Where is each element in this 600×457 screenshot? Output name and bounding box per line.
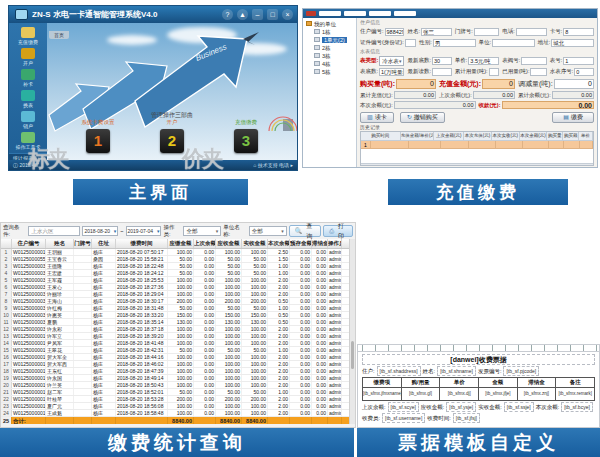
template-title[interactable]: [danwei]收费票据: [362, 354, 595, 365]
table-row[interactable]: 18W0125000001王东红杨庄2018-08-20 18:47:39100…: [1, 368, 349, 375]
field-input[interactable]: 张三: [421, 28, 452, 36]
stats-col-header[interactable]: 缴费时间: [116, 239, 168, 248]
template-placeholder[interactable]: [tb_sf.jfsj]: [453, 413, 480, 423]
field-input[interactable]: [521, 57, 546, 65]
stats-col-header[interactable]: 实收金额: [242, 239, 268, 248]
stats-col-header[interactable]: 滞纳金: [312, 239, 328, 248]
table-row[interactable]: 8W0125000003王海山杨庄2018-08-20 18:30:17200.…: [1, 298, 349, 305]
field-input[interactable]: 0.00: [552, 91, 594, 99]
field-input[interactable]: 0.00: [502, 101, 595, 109]
date-from-picker[interactable]: 2018-08-20: [82, 226, 118, 236]
template-col-header[interactable]: 缴费项: [363, 378, 402, 388]
table-row[interactable]: 6W0125000003王发心杨庄2018-08-20 18:27:36100.…: [1, 284, 349, 291]
template-placeholder[interactable]: [tb_sf.pjcode]: [503, 366, 539, 376]
tree-node-3栋[interactable]: 3栋: [306, 52, 356, 60]
table-row[interactable]: 19W0125000001许永国杨庄2018-08-20 18:49:14100…: [1, 375, 349, 382]
table-row[interactable]: 16W0125000001贺大军全杨庄2018-08-20 18:44:1610…: [1, 354, 349, 361]
field-input[interactable]: 0.00: [473, 91, 515, 99]
sidebar-item-操作工具卡[interactable]: 操作工具卡: [9, 132, 47, 150]
field-input[interactable]: [492, 39, 535, 47]
maximize-icon[interactable]: □: [267, 9, 278, 20]
field-input[interactable]: [489, 68, 500, 76]
stats-col-header[interactable]: 操作员: [328, 239, 342, 248]
help-icon[interactable]: ?: [222, 9, 233, 20]
template-row-placeholder[interactable]: [tb_sfmx.jfje]: [478, 388, 517, 401]
field-input[interactable]: 0: [574, 68, 594, 76]
table-row[interactable]: 13W0125000001许军立杨庄2018-08-20 18:39:20100…: [1, 333, 349, 340]
template-row-placeholder[interactable]: [tb_sfmx.remark]: [556, 388, 595, 401]
table-row[interactable]: 15W0125000001王翠花杨庄2018-08-20 18:42:3150.…: [1, 347, 349, 354]
table-row[interactable]: 21W0125000001赵二军杨庄2018-08-20 18:52:0150.…: [1, 389, 349, 396]
stats-col-header[interactable]: 姓名: [46, 239, 74, 248]
sidebar-item-补卡[interactable]: 补卡: [9, 69, 47, 87]
field-input[interactable]: 3.5元/吨: [468, 57, 499, 65]
template-placeholder[interactable]: [tb_sf.shname]: [437, 366, 476, 376]
template-placeholder[interactable]: [tb_sf.username]: [382, 413, 425, 423]
toolbar-field[interactable]: [369, 11, 391, 16]
field-input[interactable]: [530, 68, 546, 76]
stats-vscrollbar[interactable]: [349, 239, 355, 424]
stats-col-header[interactable]: 门牌号: [74, 239, 92, 248]
table-row[interactable]: 17W0125000001贺大军西杨庄2018-08-20 18:46:0210…: [1, 361, 349, 368]
toolbar-field[interactable]: [394, 11, 416, 16]
stats-col-header[interactable]: [1, 239, 12, 248]
field-input[interactable]: 冷水表: [379, 56, 404, 66]
template-col-header[interactable]: 金额: [478, 378, 517, 388]
user-icon[interactable]: ▲: [237, 9, 248, 20]
history-hscrollbar[interactable]: [361, 163, 593, 166]
sidebar-item-开户[interactable]: 开户: [9, 48, 47, 66]
step-number[interactable]: 1: [86, 129, 110, 153]
stats-col-header[interactable]: 应缴金额: [168, 239, 194, 248]
print-button[interactable]: ⎙打印: [323, 225, 353, 237]
tree-node-5栋[interactable]: 5栋: [306, 68, 356, 76]
table-row[interactable]: 10W0125000003许惠英杨庄2018-08-20 18:33:20150…: [1, 312, 349, 319]
template-col-header[interactable]: 单价: [440, 378, 479, 388]
field-input[interactable]: [405, 39, 417, 47]
field-input[interactable]: 城北: [551, 39, 594, 47]
table-row[interactable]: 14W0125000001尹凤军杨庄2018-08-20 18:41:48100…: [1, 340, 349, 347]
table-row[interactable]: 4W0125000003王宏建杨庄2018-08-20 18:24:1250.0…: [1, 270, 349, 277]
table-row[interactable]: 24W0125000001王成魁杨庄2018-08-20 18:58:48100…: [1, 410, 349, 417]
field-input[interactable]: 1: [563, 57, 594, 65]
undo-purchase-button[interactable]: ↻撤销购买: [400, 112, 445, 123]
template-row-placeholder[interactable]: [tb_sfmx.gl]: [401, 388, 440, 401]
table-row[interactable]: 5W0125000003王军霞杨庄2018-08-20 18:25:53100.…: [1, 277, 349, 284]
table-row[interactable]: 12W0125000003许永彩杨庄2018-08-20 18:37:18100…: [1, 326, 349, 333]
tab-home[interactable]: 首页: [49, 31, 69, 39]
field-input[interactable]: 0: [554, 79, 594, 89]
field-input[interactable]: 0.00: [394, 91, 436, 99]
field-input[interactable]: 1(万吨量程): [379, 68, 404, 76]
field-input[interactable]: [516, 28, 547, 36]
table-row[interactable]: 20W0125000001许兰英杨庄2018-08-20 18:50:43100…: [1, 382, 349, 389]
template-placeholder[interactable]: [tb_sf.ysje]: [446, 402, 476, 412]
table-row[interactable]: 3W0125000003王德隆杨庄2018-08-20 18:22:4850.0…: [1, 263, 349, 270]
close-icon[interactable]: ×: [282, 9, 293, 20]
step-number[interactable]: 2: [160, 129, 184, 153]
field-input[interactable]: [474, 28, 499, 36]
template-col-header[interactable]: 备注: [556, 378, 595, 388]
template-placeholder[interactable]: [tb_sf.shaddress]: [377, 366, 421, 376]
history-row-selected[interactable]: 1: [361, 141, 593, 149]
table-row[interactable]: 7W0125000003许丽珍杨庄2018-08-20 18:29:04100.…: [1, 291, 349, 298]
step-number[interactable]: 3: [234, 129, 258, 153]
stats-col-header[interactable]: 住户编号: [12, 239, 46, 248]
sidebar-item-销户[interactable]: 销户: [9, 111, 47, 129]
field-input[interactable]: 0: [396, 79, 436, 89]
tree-node-1栋[interactable]: 1栋: [306, 28, 356, 36]
stats-total-row[interactable]: 25合计:8840.008840.008840.00: [1, 417, 349, 424]
minimize-icon[interactable]: –: [252, 9, 263, 20]
tree-node-2栋[interactable]: 2栋: [306, 44, 356, 52]
field-input[interactable]: 0.00: [394, 101, 476, 109]
table-row[interactable]: 9W0125000003许红梅杨庄2018-08-20 18:31:4850.0…: [1, 305, 349, 312]
tree-node-1单元(2)[interactable]: 1单元(2): [306, 36, 356, 44]
stats-col-header[interactable]: 上次余额: [194, 239, 216, 248]
field-input[interactable]: 男: [433, 39, 476, 47]
field-input[interactable]: 0: [482, 79, 515, 89]
field-input[interactable]: 98842960: [385, 28, 405, 36]
unit-select[interactable]: 全部: [249, 226, 287, 236]
date-to-picker[interactable]: 2019-07-04: [126, 226, 162, 236]
toolbar-button[interactable]: [306, 11, 316, 16]
table-row[interactable]: 1W0125000001王玥丽杨庄2018-08-20 07:50:17100.…: [1, 249, 349, 256]
tree-root[interactable]: 我的单位: [306, 20, 356, 28]
template-row-placeholder[interactable]: [tb_sfmx.jfmxname]: [363, 388, 402, 401]
